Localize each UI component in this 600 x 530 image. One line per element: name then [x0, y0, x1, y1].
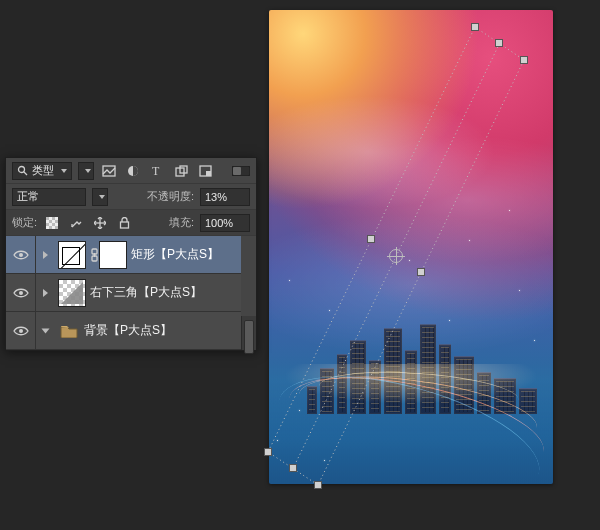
svg-point-21	[19, 253, 23, 257]
svg-point-26	[19, 329, 23, 333]
lock-row: 锁定: 填充: 100%	[6, 210, 256, 236]
opacity-field[interactable]: 13%	[200, 188, 250, 206]
filter-shape-icon[interactable]	[172, 162, 190, 180]
lock-pixels-icon[interactable]	[67, 214, 85, 232]
layers-scrollbar[interactable]	[241, 316, 256, 350]
canvas-artwork[interactable]	[269, 10, 553, 484]
expand-toggle[interactable]	[36, 312, 54, 349]
filter-pixel-icon[interactable]	[100, 162, 118, 180]
fill-value: 100%	[205, 217, 233, 229]
layer-mask-thumbnail[interactable]	[99, 241, 127, 269]
svg-line-3	[24, 172, 27, 175]
expand-toggle[interactable]	[36, 274, 54, 311]
lock-label: 锁定:	[12, 215, 37, 230]
expand-toggle[interactable]	[36, 236, 54, 273]
filter-kind-dropdown[interactable]: 类型	[12, 162, 72, 180]
svg-rect-4	[103, 166, 115, 176]
layer-row[interactable]: 矩形【P大点S】	[6, 236, 241, 274]
visibility-toggle[interactable]	[6, 236, 36, 273]
opacity-label: 不透明度:	[147, 189, 194, 204]
layer-row[interactable]: 背景【P大点S】	[6, 312, 241, 350]
filter-kind-stepper[interactable]	[78, 162, 94, 180]
layer-thumbnail[interactable]	[58, 241, 86, 269]
lock-transparent-icon[interactable]	[43, 214, 61, 232]
svg-point-2	[19, 167, 25, 173]
filter-kind-label: 类型	[32, 163, 54, 178]
layer-name: 背景【P大点S】	[84, 322, 172, 339]
svg-text:T: T	[152, 165, 160, 177]
filter-smart-icon[interactable]	[196, 162, 214, 180]
svg-rect-10	[206, 171, 211, 176]
layer-name: 右下三角【P大点S】	[90, 284, 202, 301]
eye-icon	[13, 325, 29, 337]
svg-rect-20	[120, 222, 128, 228]
visibility-toggle[interactable]	[6, 274, 36, 311]
visibility-toggle[interactable]	[6, 312, 36, 349]
folder-icon	[60, 324, 78, 338]
svg-rect-13	[46, 217, 58, 229]
link-icon	[90, 241, 99, 269]
search-icon	[17, 165, 28, 176]
scrollbar-thumb[interactable]	[244, 320, 254, 354]
fill-label: 填充:	[169, 215, 194, 230]
eye-icon	[13, 287, 29, 299]
eye-icon	[13, 249, 29, 261]
layer-name: 矩形【P大点S】	[131, 246, 219, 263]
svg-point-25	[19, 291, 23, 295]
layer-filter-row: 类型 T	[6, 158, 256, 184]
filter-adjust-icon[interactable]	[124, 162, 142, 180]
layers-list: 矩形【P大点S】 右下三角【P大点S】 背景【P大点S】	[6, 236, 256, 350]
filter-toggle-switch[interactable]	[232, 162, 250, 180]
lock-position-icon[interactable]	[91, 214, 109, 232]
opacity-value: 13%	[205, 191, 227, 203]
blend-mode-value: 正常	[17, 189, 39, 204]
layer-row[interactable]: 右下三角【P大点S】	[6, 274, 241, 312]
fill-field[interactable]: 100%	[200, 214, 250, 232]
lock-all-icon[interactable]	[115, 214, 133, 232]
svg-rect-12	[233, 167, 241, 175]
blend-mode-dropdown[interactable]: 正常	[12, 188, 86, 206]
reflection-decor	[269, 364, 553, 484]
blend-mode-stepper[interactable]	[92, 188, 108, 206]
layer-thumbnail[interactable]	[58, 279, 86, 307]
blend-row: 正常 不透明度: 13%	[6, 184, 256, 210]
filter-type-icon[interactable]: T	[148, 162, 166, 180]
layers-panel: 类型 T 正常 不透明度: 13%	[5, 157, 257, 351]
